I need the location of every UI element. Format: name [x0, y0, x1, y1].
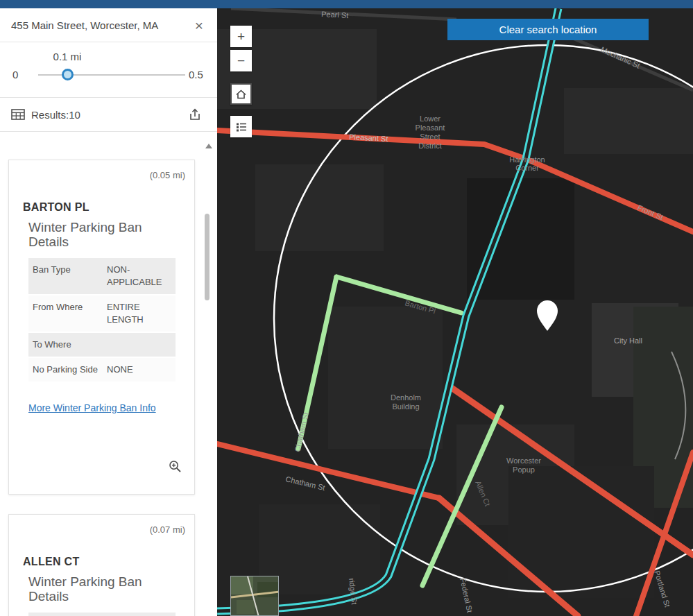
- zoom-out-button[interactable]: −: [230, 50, 252, 71]
- slider-handle[interactable]: [62, 69, 74, 80]
- row-value: [103, 332, 176, 357]
- basemap-thumbnail[interactable]: [230, 576, 279, 616]
- results-header-row: Results:10: [0, 98, 217, 132]
- export-icon: [188, 108, 202, 121]
- result-subtitle: Winter Parking Ban Details: [28, 574, 171, 604]
- result-street-name: BARTON PL: [23, 201, 185, 214]
- clear-search-x-button[interactable]: ×: [195, 18, 203, 33]
- table-row: To Where: [28, 332, 176, 357]
- table-row: [28, 613, 176, 616]
- zoom-to-feature-button[interactable]: [169, 460, 182, 476]
- results-table-icon: [11, 109, 25, 120]
- scroll-up-arrow[interactable]: [205, 144, 212, 148]
- result-street-name: ALLEN CT: [23, 556, 185, 568]
- table-row: From Where ENTIRE LENGTH: [28, 295, 176, 332]
- building-block: [255, 164, 384, 251]
- result-distance: (0.07 mi): [23, 524, 185, 535]
- row-label: Ban Type: [28, 258, 103, 295]
- map-label-pleasant: Pleasant: [416, 123, 445, 132]
- legend-button[interactable]: [230, 116, 252, 137]
- building-block: [564, 88, 693, 154]
- row-label: [28, 613, 103, 616]
- map-label-city-hall: City Hall: [614, 336, 642, 345]
- map-label-corner: Corner: [515, 164, 539, 172]
- scrollbar-thumb[interactable]: [205, 214, 209, 300]
- map-label-street: Street: [420, 132, 440, 141]
- table-row: Ban Type NON-APPLICABLE: [28, 258, 176, 295]
- home-icon: [235, 89, 247, 100]
- result-card-allen-ct[interactable]: (0.07 mi) ALLEN CT Winter Parking Ban De…: [8, 514, 195, 616]
- building-block: [328, 307, 443, 449]
- table-row: No Parking Side NONE: [28, 357, 176, 382]
- magnifier-plus-icon: [169, 460, 182, 473]
- distance-slider[interactable]: [38, 74, 185, 76]
- export-results-button[interactable]: [188, 108, 202, 121]
- slider-max-label: 0.5: [189, 69, 203, 80]
- map-label-popup: Popup: [513, 465, 535, 474]
- zoom-in-button[interactable]: +: [230, 26, 252, 47]
- map-label-worcester: Worcester: [506, 456, 541, 465]
- row-value: [103, 613, 176, 616]
- home-extent-button[interactable]: [230, 83, 252, 105]
- clear-search-location-button[interactable]: Clear search location: [447, 19, 649, 40]
- row-value: ENTIRE LENGTH: [103, 295, 176, 332]
- ban-details-table: [28, 613, 176, 616]
- map-area: Pearl St Mechanic St Lower Pleasant Stre…: [217, 8, 693, 616]
- map-label-harrington: Harrington: [509, 155, 545, 164]
- result-card-barton-pl[interactable]: (0.05 mi) BARTON PL Winter Parking Ban D…: [8, 160, 195, 495]
- search-row: 455 Main Street, Worcester, MA ×: [0, 8, 217, 42]
- map-label-denholm: Denholm: [391, 393, 421, 402]
- map-label-district: District: [418, 142, 442, 150]
- map-label-pearl-st: Pearl St: [321, 10, 349, 19]
- row-label: No Parking Side: [28, 357, 103, 382]
- row-value: NONE: [103, 357, 176, 382]
- map-label-building: Building: [392, 402, 419, 411]
- ban-details-table: Ban Type NON-APPLICABLE From Where ENTIR…: [28, 258, 176, 383]
- app: 455 Main Street, Worcester, MA × 0.1 mi …: [0, 0, 693, 616]
- sidebar: 455 Main Street, Worcester, MA × 0.1 mi …: [0, 8, 217, 616]
- distance-slider-section: 0.1 mi 0 0.5: [0, 42, 217, 98]
- row-value: NON-APPLICABLE: [103, 258, 176, 295]
- result-distance: (0.05 mi): [23, 170, 185, 180]
- row-label: From Where: [28, 295, 103, 332]
- row-label: To Where: [28, 332, 103, 357]
- results-list: (0.05 mi) BARTON PL Winter Parking Ban D…: [0, 132, 217, 616]
- search-address-value: 455 Main Street, Worcester, MA: [11, 19, 195, 31]
- result-subtitle: Winter Parking Ban Details: [28, 220, 171, 249]
- results-count-label: Results:10: [31, 109, 188, 121]
- slider-current-value: 0.1 mi: [40, 51, 95, 62]
- legend-icon: [236, 122, 247, 132]
- app-header: [0, 0, 693, 8]
- map-canvas[interactable]: Pearl St Mechanic St Lower Pleasant Stre…: [217, 8, 693, 616]
- basemap-thumbnail-image: [231, 576, 279, 616]
- more-info-link[interactable]: More Winter Parking Ban Info: [28, 402, 156, 413]
- map-label-lower: Lower: [420, 114, 440, 123]
- slider-min-label: 0: [12, 69, 18, 80]
